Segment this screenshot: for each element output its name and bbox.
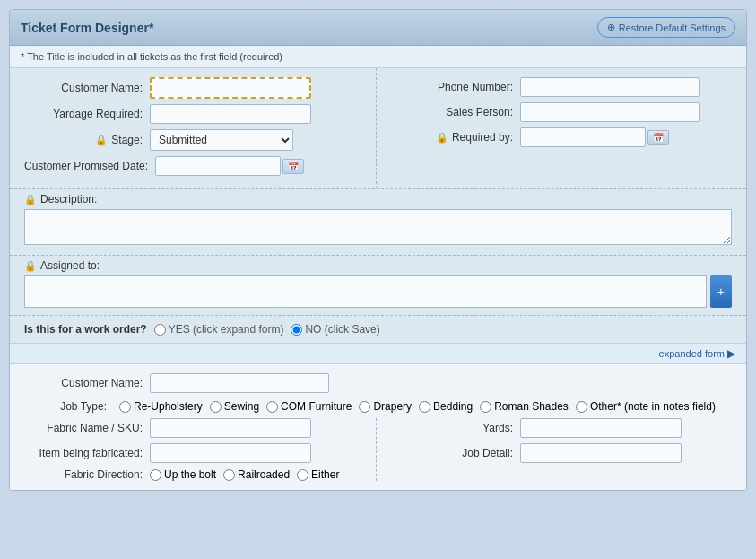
job-type-roman-shades-radio[interactable] xyxy=(480,401,491,413)
job-type-reupholstery[interactable]: Re-Upholstery xyxy=(119,400,203,413)
required-by-calendar-button[interactable]: 📅 xyxy=(647,130,669,145)
job-type-com-furniture[interactable]: COM Furniture xyxy=(266,400,352,413)
item-fabricated-input[interactable] xyxy=(150,443,311,463)
customer-name-input[interactable] xyxy=(150,77,311,99)
phone-number-label: Phone Number: xyxy=(395,81,520,93)
fabric-name-label: Fabric Name / SKU: xyxy=(24,422,150,434)
page-title: Ticket Form Designer* xyxy=(21,21,153,35)
item-fabricated-row: Item being fabricated: xyxy=(24,443,361,463)
stage-row: 🔒 Stage: Submitted In Progress Completed… xyxy=(24,129,361,151)
expanded-form-section: Customer Name: Job Type: Re-Upholstery S… xyxy=(10,364,746,490)
required-by-row: 🔒 Required by: 📅 xyxy=(395,127,732,147)
stage-select[interactable]: Submitted In Progress Completed Cancelle… xyxy=(150,129,293,151)
assigned-lock-icon: 🔒 xyxy=(24,260,37,272)
fabric-direction-options: Up the bolt Railroaded Either xyxy=(150,468,339,481)
item-fabricated-label: Item being fabricated: xyxy=(24,447,150,459)
job-type-com-radio[interactable] xyxy=(266,401,278,413)
expanded-form-bar: expanded form ▶ xyxy=(10,344,746,364)
stage-label-container: 🔒 Stage: xyxy=(24,134,150,146)
fabric-either[interactable]: Either xyxy=(297,468,339,481)
expanded-two-col: Fabric Name / SKU: Item being fabricated… xyxy=(24,418,732,481)
job-type-bedding-radio[interactable] xyxy=(419,401,430,413)
assigned-input-row: + xyxy=(24,275,732,308)
right-column: Phone Number: Sales Person: 🔒 Required b… xyxy=(377,68,746,188)
assigned-to-section: 🔒 Assigned to: + xyxy=(10,256,746,316)
required-by-label-container: 🔒 Required by: xyxy=(395,131,520,144)
expanded-form-link[interactable]: expanded form ▶ xyxy=(659,347,735,360)
workorder-no-option[interactable]: NO (click Save) xyxy=(291,323,379,336)
customer-date-calendar-button[interactable]: 📅 xyxy=(282,159,304,174)
assigned-to-label-row: 🔒 Assigned to: xyxy=(24,259,732,272)
description-section: 🔒 Description: xyxy=(10,189,746,256)
customer-promised-date-input[interactable] xyxy=(155,156,281,176)
customer-promised-date-label: Customer Promised Date: xyxy=(24,160,155,172)
stage-lock-icon: 🔒 xyxy=(95,135,108,146)
ticket-form-designer: Ticket Form Designer* ⊕ Restore Default … xyxy=(9,9,747,491)
phone-number-input[interactable] xyxy=(520,77,700,97)
fabric-railroaded[interactable]: Railroaded xyxy=(223,468,290,481)
fabric-name-row: Fabric Name / SKU: xyxy=(24,418,361,438)
yards-row: Yards: xyxy=(395,418,732,438)
job-type-bedding[interactable]: Bedding xyxy=(419,400,473,413)
fabric-either-radio[interactable] xyxy=(297,469,308,481)
fabric-up-bolt-radio[interactable] xyxy=(150,469,161,481)
job-type-roman-shades[interactable]: Roman Shades xyxy=(480,400,569,413)
expanded-left-col: Fabric Name / SKU: Item being fabricated… xyxy=(24,418,377,481)
job-type-label: Job Type: xyxy=(24,400,114,413)
job-detail-row: Job Detail: xyxy=(395,443,732,463)
job-type-reupholstery-radio[interactable] xyxy=(119,401,131,413)
workorder-yes-option[interactable]: YES (click expand form) xyxy=(154,323,284,336)
description-label-row: 🔒 Description: xyxy=(24,193,732,205)
header-bar: Ticket Form Designer* ⊕ Restore Default … xyxy=(10,10,746,46)
sales-person-input[interactable] xyxy=(520,102,700,122)
sales-person-label: Sales Person: xyxy=(395,106,520,118)
fabric-direction-label: Fabric Direction: xyxy=(24,468,150,481)
main-form-columns: Customer Name: Yardage Required: 🔒 Stage… xyxy=(10,68,746,189)
fabric-up-the-bolt[interactable]: Up the bolt xyxy=(150,468,216,481)
required-by-lock-icon: 🔒 xyxy=(436,132,448,144)
job-type-other[interactable]: Other* (note in notes field) xyxy=(576,400,716,413)
job-type-sewing-radio[interactable] xyxy=(210,401,222,413)
note-bar: * The Title is included in all tickets a… xyxy=(10,46,746,68)
required-by-input[interactable] xyxy=(520,127,646,147)
expanded-customer-name-input[interactable] xyxy=(150,373,329,393)
workorder-question-row: Is this for a work order? YES (click exp… xyxy=(10,316,746,344)
assigned-add-button[interactable]: + xyxy=(710,275,732,308)
job-type-row: Job Type: Re-Upholstery Sewing COM Furni… xyxy=(24,400,732,413)
customer-promised-date-row: Customer Promised Date: 📅 xyxy=(24,156,361,176)
phone-number-row: Phone Number: xyxy=(395,77,732,97)
fabric-name-input[interactable] xyxy=(150,418,311,438)
restore-defaults-button[interactable]: ⊕ Restore Default Settings xyxy=(597,17,735,38)
workorder-question-label: Is this for a work order? xyxy=(24,323,147,336)
job-type-drapery-radio[interactable] xyxy=(359,401,370,413)
yardage-row: Yardage Required: xyxy=(24,104,361,124)
assigned-to-input[interactable] xyxy=(24,275,707,308)
job-detail-label: Job Detail: xyxy=(395,447,520,459)
job-type-options: Re-Upholstery Sewing COM Furniture Drape… xyxy=(119,400,716,413)
restore-icon: ⊕ xyxy=(607,22,615,33)
fabric-railroaded-radio[interactable] xyxy=(223,469,235,481)
yards-input[interactable] xyxy=(520,418,682,438)
customer-name-label: Customer Name: xyxy=(24,82,150,94)
job-type-other-radio[interactable] xyxy=(576,401,587,413)
yardage-input[interactable] xyxy=(150,104,311,124)
workorder-no-radio[interactable] xyxy=(291,324,302,336)
job-detail-input[interactable] xyxy=(520,443,682,463)
job-type-drapery[interactable]: Drapery xyxy=(359,400,412,413)
sales-person-row: Sales Person: xyxy=(395,102,732,122)
job-type-sewing[interactable]: Sewing xyxy=(210,400,259,413)
expanded-customer-name-row: Customer Name: xyxy=(24,373,732,393)
description-lock-icon: 🔒 xyxy=(24,194,37,205)
yardage-label: Yardage Required: xyxy=(24,108,150,120)
left-column: Customer Name: Yardage Required: 🔒 Stage… xyxy=(10,68,377,188)
fabric-direction-row: Fabric Direction: Up the bolt Railroaded xyxy=(24,468,361,481)
chevron-right-icon: ▶ xyxy=(727,347,735,360)
expanded-right-col: Yards: Job Detail: xyxy=(377,418,732,481)
description-textarea[interactable] xyxy=(24,209,732,245)
customer-name-row: Customer Name: xyxy=(24,77,361,99)
yards-label: Yards: xyxy=(395,422,520,434)
workorder-yes-radio[interactable] xyxy=(154,324,166,336)
expanded-customer-name-label: Customer Name: xyxy=(24,377,150,389)
